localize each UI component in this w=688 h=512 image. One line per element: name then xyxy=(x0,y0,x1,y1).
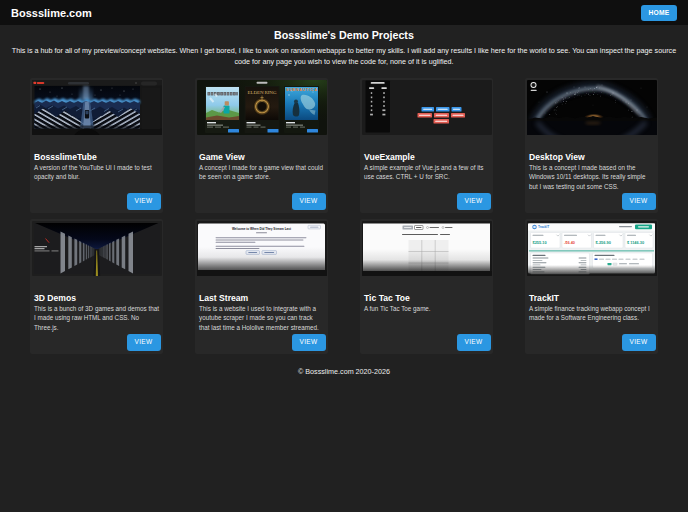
svg-text:$-256.90: $-256.90 xyxy=(595,240,610,245)
svg-text:$255.10: $255.10 xyxy=(532,240,546,245)
svg-text:-$6.40: -$6.40 xyxy=(564,240,575,245)
svg-text:Welcome to When Did They Strea: Welcome to When Did They Stream Last xyxy=(231,227,290,231)
svg-text:ELDEN RING: ELDEN RING xyxy=(247,90,276,95)
svg-text:$ 1146.30: $ 1146.30 xyxy=(627,240,644,245)
svg-text:TrackIT: TrackIT xyxy=(538,225,549,229)
